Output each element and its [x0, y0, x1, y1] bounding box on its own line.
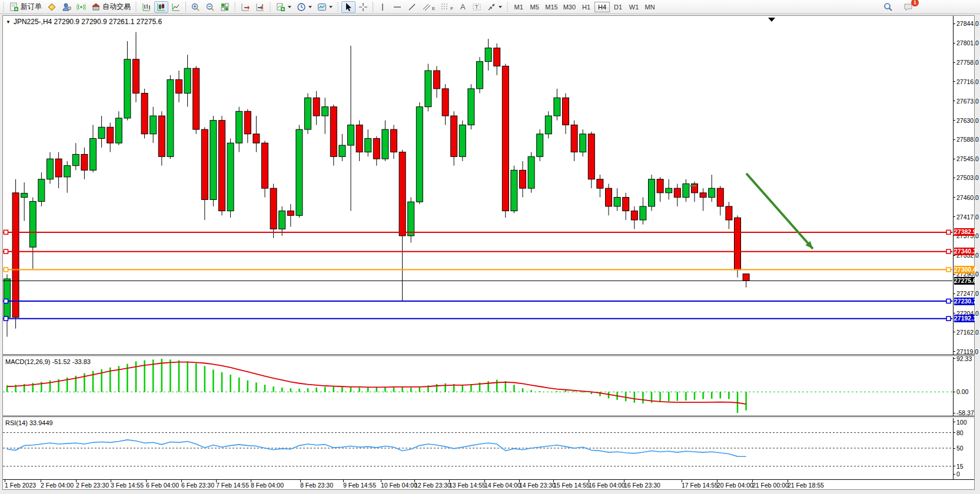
toolbar-grip[interactable] — [234, 2, 237, 12]
line-right-handle[interactable] — [946, 299, 951, 303]
toolbar-grip[interactable] — [506, 2, 509, 12]
timeframe-button-m5[interactable]: M5 — [527, 2, 542, 12]
time-axis-label: 14 Feb 04:00 — [484, 482, 521, 489]
chart-dropdown-icon[interactable]: ▼ — [6, 19, 11, 25]
time-axis-label: 16 Feb 04:00 — [589, 482, 625, 489]
candle-body — [434, 71, 440, 89]
tile-windows-button[interactable] — [218, 1, 232, 13]
candle-body — [477, 62, 483, 89]
trendline-button[interactable] — [405, 1, 419, 13]
timeframe-button-h4[interactable]: H4 — [594, 2, 610, 12]
trend-arrow-annotation[interactable] — [746, 173, 813, 249]
market-watch-button[interactable] — [45, 1, 59, 13]
axis-tick — [954, 422, 955, 422]
auto-scroll-icon — [241, 2, 250, 12]
macd-plot[interactable] — [3, 357, 952, 416]
text-button[interactable]: A — [456, 1, 469, 13]
timeframe-button-w1[interactable]: W1 — [626, 2, 642, 12]
bar-chart-button[interactable] — [139, 1, 154, 13]
timeframe-button-m1[interactable]: M1 — [511, 2, 526, 12]
toolbar-grip[interactable] — [135, 2, 138, 12]
timeframe-button-d1[interactable]: D1 — [610, 2, 626, 12]
price-axis[interactable]: 27844.027801.027758.027716.027673.027630… — [953, 16, 974, 355]
line-left-handle[interactable] — [4, 268, 8, 272]
price-chart-panel[interactable]: ▼ JPN225-,H4 27290.9 27290.9 27261.1 272… — [3, 16, 974, 355]
time-axis-label: 2 Feb 23:30 — [76, 482, 109, 489]
horizontal-line-button[interactable] — [390, 1, 404, 13]
timeframe-button-m15[interactable]: M15 — [543, 2, 560, 12]
candle-body — [279, 211, 285, 229]
axis-tick — [954, 274, 955, 275]
rsi-axis[interactable]: 1008050150 — [953, 418, 974, 479]
line-left-handle[interactable] — [4, 230, 8, 234]
candle-body — [399, 152, 406, 236]
line-left-handle[interactable] — [4, 299, 8, 303]
chart-shift-button[interactable] — [253, 1, 267, 13]
candle-body — [270, 188, 277, 229]
fibonacci-button[interactable]: F — [438, 1, 456, 13]
candle-body — [391, 129, 397, 152]
timeframe-button-h1[interactable]: H1 — [579, 2, 594, 12]
candle-body — [717, 188, 723, 206]
candle-body — [537, 134, 543, 156]
zoom-out-button[interactable] — [203, 1, 217, 13]
auto-trading-button[interactable]: 自动交易 — [89, 1, 133, 13]
axis-tick-label: 15 — [956, 463, 964, 470]
toolbar-grip[interactable] — [337, 2, 340, 12]
candle-body — [674, 188, 680, 197]
candle-body — [305, 98, 311, 129]
equidistant-channel-button[interactable]: E — [420, 1, 437, 13]
line-right-handle[interactable] — [946, 249, 951, 253]
macd-axis[interactable]: 92.330.00-58.37 — [953, 357, 974, 416]
candle-body — [571, 125, 577, 152]
candle-body — [356, 125, 363, 152]
search-button[interactable] — [881, 1, 895, 13]
timeframe-button-m30[interactable]: M30 — [561, 2, 578, 12]
indicators-button[interactable] — [274, 1, 294, 13]
line-right-handle[interactable] — [946, 230, 951, 234]
axis-tick-label: 27844.0 — [956, 20, 979, 27]
line-right-handle[interactable] — [946, 268, 951, 272]
time-axis-label: 9 Feb 14:55 — [343, 482, 376, 489]
zoom-in-button[interactable] — [188, 1, 202, 13]
axis-tick-label: 100 — [956, 419, 967, 426]
line-left-handle[interactable] — [4, 316, 8, 321]
arrows-button[interactable] — [484, 1, 504, 13]
text-label-button[interactable]: T — [470, 1, 484, 13]
time-axis[interactable]: 1 Feb 20232 Feb 04:002 Feb 23:303 Feb 14… — [3, 480, 974, 489]
toolbar-grip[interactable] — [2, 2, 5, 12]
vertical-line-button[interactable] — [376, 1, 390, 13]
axis-tick-label: 27247.0 — [956, 290, 979, 297]
candle-body — [64, 166, 71, 177]
candle-body — [4, 279, 11, 317]
candlestick-chart-button[interactable] — [154, 1, 168, 13]
candle-body — [287, 211, 294, 216]
axis-tick — [954, 101, 955, 101]
periods-button[interactable] — [294, 1, 314, 13]
cursor-button[interactable] — [341, 1, 356, 13]
candle-body — [554, 98, 560, 116]
candle-body — [365, 138, 371, 152]
rsi-plot[interactable] — [3, 418, 952, 479]
macd-panel[interactable]: MACD(12,26,9) -51.52 -33.83 92.330.00-58… — [3, 357, 974, 416]
rsi-panel[interactable]: RSI(14) 33.9449 1008050150 — [3, 418, 974, 480]
zoom-in-icon — [191, 2, 200, 12]
notifications-button[interactable]: 1 — [901, 1, 915, 13]
accounts-button[interactable] — [59, 1, 74, 13]
templates-button[interactable] — [315, 1, 335, 13]
time-axis-label: 10 Feb 04:00 — [381, 482, 417, 489]
axis-tick — [954, 120, 955, 121]
line-left-handle[interactable] — [4, 249, 8, 253]
toolbar-grip[interactable] — [269, 2, 272, 12]
signals-button[interactable] — [74, 1, 88, 13]
price-line-label: 27300.4 — [954, 266, 975, 273]
line-chart-button[interactable] — [169, 1, 183, 13]
crosshair-button[interactable] — [356, 1, 370, 13]
auto-scroll-button[interactable] — [238, 1, 253, 13]
candle-body — [494, 48, 500, 66]
timeframe-button-mn[interactable]: MN — [642, 2, 657, 12]
line-right-handle[interactable] — [946, 316, 951, 321]
candlestick-plot[interactable] — [3, 16, 952, 355]
dropdown-caret-icon — [308, 6, 312, 8]
new-order-button[interactable]: 新订单 — [7, 1, 44, 13]
